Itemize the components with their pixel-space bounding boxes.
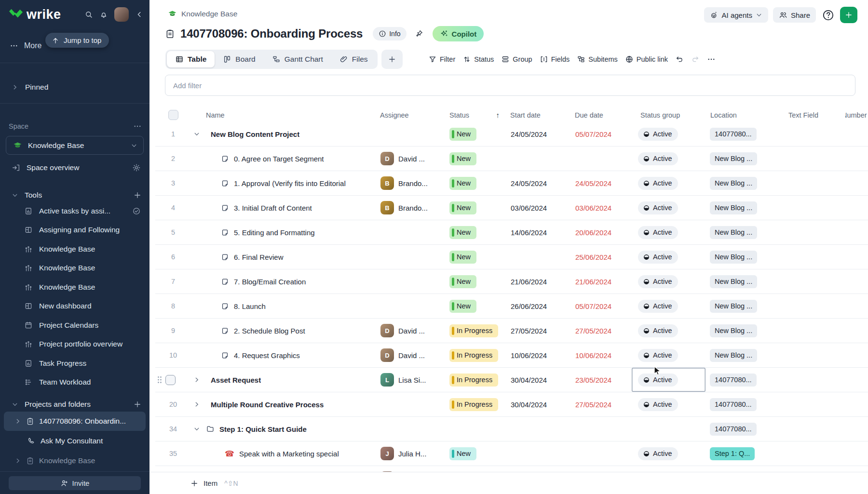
location-cell[interactable]: New Blog ... (705, 245, 785, 269)
start-date-cell[interactable] (507, 441, 570, 466)
toolbar-subitems-button[interactable]: Subitems (577, 55, 617, 64)
number-cell[interactable] (845, 147, 868, 171)
sidebar-tool-item[interactable]: Project Calendars (0, 316, 149, 335)
location-pill[interactable]: New Blog ... (710, 251, 757, 264)
location-cell[interactable]: New Blog ... (705, 171, 785, 195)
due-date-cell[interactable]: 27/05/2024 (570, 392, 632, 416)
due-date-cell[interactable]: 05/07/2024 (570, 294, 632, 318)
start-date-cell[interactable]: 30/04/2024 (507, 392, 570, 416)
status-group-pill[interactable]: Active (638, 275, 678, 288)
name-cell[interactable]: Multiple Round Creative Process (191, 392, 378, 416)
column-header-assignee[interactable]: Assignee (378, 108, 448, 122)
location-cell[interactable]: New Blog ... (705, 196, 785, 220)
sidebar-tool-item[interactable]: Knowledge Base (0, 278, 149, 297)
sidebar-tool-item[interactable]: Team Workload (0, 373, 149, 392)
add-view-button[interactable] (381, 50, 403, 69)
assignee-cell[interactable]: LLisa Si... (378, 368, 448, 392)
status-cell[interactable]: In Progress (448, 368, 507, 392)
status-cell[interactable]: New (448, 147, 507, 171)
status-group-pill[interactable]: Active (638, 128, 678, 141)
status-cell[interactable]: New (448, 220, 507, 244)
status-pill[interactable]: New (449, 201, 476, 214)
name-cell[interactable]: Step 1: Quick Start Guide (191, 417, 378, 441)
start-date-cell[interactable]: 14/06/2024 (507, 220, 570, 244)
text-field-cell[interactable] (785, 294, 845, 318)
status-group-pill[interactable]: Active (638, 349, 678, 362)
location-cell[interactable]: 14077080... (705, 368, 785, 392)
sidebar-project-item[interactable]: Knowledge Base (4, 451, 146, 470)
location-pill[interactable]: New Blog ... (710, 152, 757, 165)
sidebar-item-pinned[interactable]: Pinned (0, 79, 149, 95)
number-cell[interactable] (845, 122, 868, 146)
status-group-pill[interactable]: Active (638, 226, 678, 239)
text-field-cell[interactable] (785, 343, 845, 367)
ai-agents-button[interactable]: AI agents (704, 7, 768, 23)
row-select-cell[interactable]: 4 (155, 196, 191, 220)
breadcrumb[interactable]: Knowledge Base (168, 9, 237, 18)
number-cell[interactable] (845, 441, 868, 466)
row-select-cell[interactable]: 10 (155, 343, 191, 367)
notifications-bell-icon[interactable] (99, 10, 108, 19)
sidebar-tool-item[interactable]: Project portfolio overview (0, 335, 149, 354)
start-date-cell[interactable] (507, 466, 570, 472)
status-cell[interactable]: In Progress (448, 343, 507, 367)
start-date-cell[interactable]: 21/06/2024 (507, 269, 570, 294)
text-field-cell[interactable] (785, 220, 845, 244)
start-date-cell[interactable]: 26/06/2024 (507, 294, 570, 318)
collapse-sidebar-icon[interactable] (135, 10, 144, 19)
number-cell[interactable] (845, 392, 868, 416)
assignee-cell[interactable] (378, 220, 448, 244)
undo-icon[interactable] (675, 55, 684, 64)
text-field-cell[interactable] (785, 269, 845, 294)
status-pill[interactable]: In Progress (449, 324, 498, 337)
tab-table[interactable]: Table (167, 51, 215, 67)
name-cell[interactable]: New Blog Content Project (191, 122, 378, 146)
column-header-number[interactable]: Number (845, 108, 868, 122)
table-row[interactable]: 35☎Speak with a Marketing specialJJulia … (155, 441, 868, 466)
sidebar-tool-item[interactable]: Knowledge Base (0, 259, 149, 278)
status-cell[interactable]: New (448, 122, 507, 146)
number-cell[interactable] (845, 196, 868, 220)
status-group-pill[interactable]: Active (638, 447, 678, 460)
status-cell[interactable] (448, 466, 507, 472)
status-group-cell[interactable]: Active (632, 171, 705, 195)
start-date-cell[interactable]: 10/06/2024 (507, 343, 570, 367)
status-pill[interactable]: New (449, 152, 476, 165)
sort-ascending-icon[interactable]: ↑ (496, 111, 500, 119)
location-pill[interactable]: New Blog ... (710, 300, 757, 313)
assignee-cell[interactable] (378, 417, 448, 441)
start-date-cell[interactable]: 24/05/2024 (507, 122, 570, 146)
location-pill[interactable]: New Blog ... (710, 226, 757, 239)
table-row[interactable]: 20Multiple Round Creative ProcessIn Prog… (155, 392, 868, 417)
status-group-cell[interactable]: Active (632, 269, 705, 294)
name-cell[interactable]: 6. Final Review (191, 245, 378, 269)
row-select-cell[interactable]: 7 (155, 269, 191, 294)
text-field-cell[interactable] (785, 466, 845, 472)
status-group-cell[interactable]: Active (632, 392, 705, 416)
status-cell[interactable]: New (448, 441, 507, 466)
due-date-cell[interactable]: 27/05/2024 (570, 319, 632, 343)
due-date-cell[interactable] (570, 147, 632, 171)
chevron-down-icon[interactable] (12, 401, 18, 408)
space-selector[interactable]: Knowledge Base (6, 136, 144, 155)
table-row[interactable]: 31. Approval (Verify fits into Editorial… (155, 171, 868, 196)
toolbar-group-button[interactable]: Group (501, 55, 532, 64)
number-cell[interactable] (845, 319, 868, 343)
help-button[interactable] (821, 8, 835, 22)
start-date-cell[interactable] (507, 417, 570, 441)
location-pill[interactable]: New Blog ... (710, 349, 757, 362)
status-group-pill[interactable]: Active (638, 300, 678, 313)
expand-row-icon[interactable] (192, 376, 201, 383)
drag-handle-icon[interactable] (157, 376, 162, 384)
number-cell[interactable] (845, 171, 868, 195)
location-cell[interactable]: New Blog ... (705, 220, 785, 244)
table-row[interactable]: 20. Agree on Target SegmentDDavid ...New… (155, 147, 868, 171)
name-cell[interactable]: 7. Blog/Email Creation (191, 269, 378, 294)
status-cell[interactable]: New (448, 245, 507, 269)
collapse-row-icon[interactable] (192, 426, 201, 432)
location-cell[interactable]: 14077080... (705, 122, 785, 146)
page-title[interactable]: 1407708096: Onboarding Process (180, 27, 363, 40)
sidebar-tool-item[interactable]: Assigning and Following (0, 221, 149, 240)
assignee-cell[interactable]: DDavid ... (378, 319, 448, 343)
toolbar-fields-button[interactable]: Fields (540, 55, 570, 64)
